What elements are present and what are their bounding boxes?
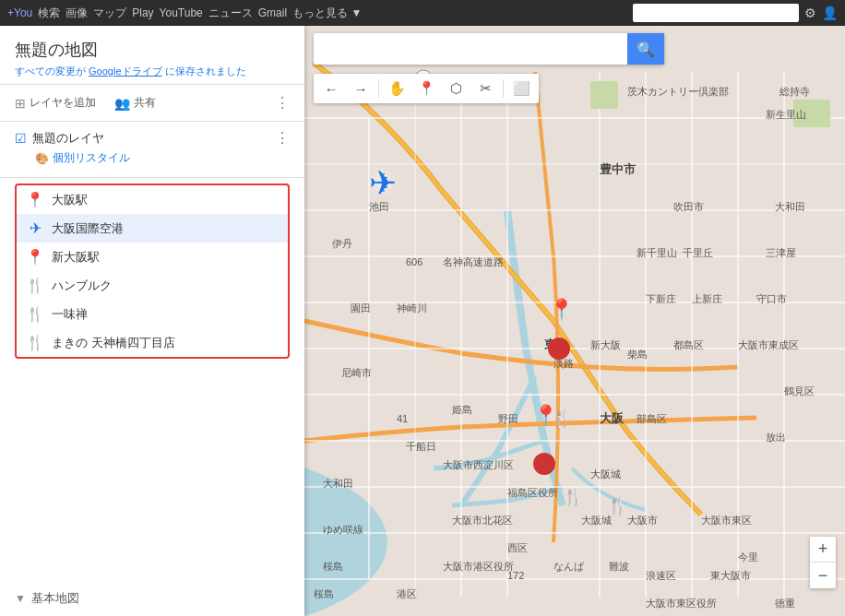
add-layer-label: レイヤを追加	[30, 95, 96, 111]
layer-header: ☑ 無題のレイヤ ⋮	[15, 129, 290, 147]
pin-food-1[interactable]: 🍴	[552, 409, 572, 429]
layer-section: ☑ 無題のレイヤ ⋮ 🎨 個別リスタイル	[0, 122, 304, 178]
svg-text:大阪: 大阪	[599, 411, 625, 425]
svg-text:野田: 野田	[498, 413, 518, 424]
svg-text:都島区: 都島区	[673, 339, 704, 350]
location-item-shin-osaka[interactable]: 📍 新大阪駅	[17, 243, 288, 271]
svg-text:姫島: 姫島	[452, 404, 472, 415]
svg-text:鶴見区: 鶴見区	[784, 385, 815, 397]
location-item-ichimizen[interactable]: 🍴 一味禅	[17, 300, 288, 328]
svg-text:新生里山: 新生里山	[766, 109, 806, 120]
add-layer-button[interactable]: ⊞ レイヤを追加	[15, 95, 96, 111]
layer-more-options[interactable]: ⋮	[275, 129, 290, 147]
map-search-area: 🔍	[314, 33, 664, 65]
location-icon-osaka-station: 📍	[26, 191, 44, 208]
svg-text:放出: 放出	[766, 432, 786, 443]
layer-name-label: 無題のレイヤ	[32, 130, 269, 147]
location-item-hamburg[interactable]: 🍴 ハンブルク	[17, 271, 288, 300]
svg-text:浪速区: 浪速区	[646, 570, 676, 581]
polygon-button[interactable]: ⬡	[442, 76, 470, 101]
undo-button[interactable]: ←	[317, 76, 345, 101]
svg-point-64	[548, 338, 570, 360]
style-label: 個別リスタイル	[53, 150, 130, 166]
nav-news[interactable]: ニュース	[208, 6, 253, 21]
nav-gmail[interactable]: Gmail	[258, 6, 287, 19]
svg-text:大阪市: 大阪市	[627, 515, 658, 526]
zoom-out-button[interactable]: −	[810, 563, 836, 588]
topbar-search-input[interactable]	[633, 6, 780, 19]
pin-shin-osaka[interactable]: 📍	[549, 298, 574, 322]
map-search-input[interactable]	[314, 41, 627, 56]
svg-text:桜島: 桜島	[323, 561, 343, 572]
svg-text:部島区: 部島区	[637, 413, 667, 424]
svg-text:吹田市: 吹田市	[673, 201, 704, 212]
google-drive-link[interactable]: Googleドライブ	[89, 65, 161, 77]
svg-text:福島区役所: 福島区役所	[507, 487, 558, 498]
sidebar-more-options[interactable]: ⋮	[275, 94, 290, 112]
route-button[interactable]: ✂	[471, 76, 499, 101]
svg-point-65	[533, 453, 555, 475]
zoom-controls: + −	[810, 537, 836, 588]
nav-images[interactable]: 画像	[65, 6, 88, 21]
sidebar-actions: ⊞ レイヤを追加 👥 共有 ⋮	[0, 85, 304, 122]
nav-maps[interactable]: マップ	[93, 6, 126, 21]
layer-checkbox[interactable]: ☑	[15, 131, 27, 146]
settings-icon[interactable]: ⚙	[804, 6, 816, 20]
svg-text:柴島: 柴島	[627, 349, 648, 360]
pin-food-3[interactable]: 🍴	[607, 496, 627, 516]
svg-text:172: 172	[507, 570, 524, 581]
location-icon-ichimizen: 🍴	[26, 305, 44, 323]
marker-button[interactable]: 📍	[412, 76, 440, 101]
svg-text:大阪市西淀川区: 大阪市西淀川区	[443, 459, 514, 470]
save-status-prefix: すべての変更が	[15, 65, 86, 77]
nav-play[interactable]: Play	[132, 6, 153, 19]
svg-text:尼崎市: 尼崎市	[341, 367, 372, 378]
location-name-hamburg: ハンブルク	[52, 278, 112, 294]
location-icon-shin-osaka: 📍	[26, 248, 44, 266]
svg-text:茨木カントリー倶楽部: 茨木カントリー倶楽部	[627, 86, 729, 97]
svg-text:新大阪: 新大阪	[590, 339, 621, 350]
location-list: 📍 大阪駅 ✈ 大阪国際空港 📍 新大阪駅 🍴 ハンブルク 🍴 一味禅 🍴	[15, 184, 290, 359]
location-item-osaka-station[interactable]: 📍 大阪駅	[17, 185, 288, 214]
map-tools-bar: ← → ✋ 📍 ⬡ ✂ ⬜	[314, 74, 539, 103]
svg-text:なんば: なんば	[553, 561, 585, 572]
location-item-makino[interactable]: 🍴 まきの 天神橋四丁目店	[17, 328, 288, 357]
svg-text:港区: 港区	[397, 588, 417, 599]
map-search-box: 🔍	[314, 33, 664, 65]
share-icon: 👥	[114, 96, 130, 111]
save-status-suffix: に保存されました	[165, 65, 246, 77]
sidebar: 無題の地図 すべての変更が Googleドライブ に保存されました ⊞ レイヤを…	[0, 26, 304, 616]
paint-icon: 🎨	[35, 152, 49, 165]
svg-text:新千里山: 新千里山	[637, 247, 677, 258]
location-name-osaka-airport: 大阪国際空港	[52, 220, 124, 237]
svg-text:大阪市北花区: 大阪市北花区	[452, 515, 513, 526]
base-map-section[interactable]: ▼ 基本地図	[0, 581, 304, 616]
svg-text:千船日: 千船日	[406, 441, 436, 452]
svg-text:難波: 難波	[609, 561, 629, 572]
plus-you-link[interactable]: +You	[7, 6, 32, 19]
share-button[interactable]: 👥 共有	[114, 95, 156, 111]
zoom-in-button[interactable]: +	[810, 537, 836, 563]
nav-more[interactable]: もっと見る ▼	[292, 6, 362, 21]
measure-button[interactable]: ⬜	[507, 76, 535, 101]
svg-text:淡路: 淡路	[553, 358, 574, 369]
location-name-makino: まきの 天神橋四丁目店	[52, 335, 175, 351]
svg-text:大阪市東成区: 大阪市東成区	[738, 339, 799, 350]
map-search-button[interactable]: 🔍	[627, 33, 664, 65]
user-icon[interactable]: 👤	[822, 6, 838, 20]
svg-text:ゆめ咲線: ゆめ咲線	[323, 524, 363, 535]
nav-youtube[interactable]: YouTube	[160, 6, 203, 19]
svg-text:徳重: 徳重	[775, 598, 795, 609]
svg-text:東大阪市: 東大阪市	[710, 570, 751, 581]
individual-style-button[interactable]: 🎨 個別リスタイル	[15, 147, 290, 170]
topbar-search[interactable]	[633, 4, 799, 22]
base-map-chevron: ▼	[15, 592, 26, 605]
pin-food-2[interactable]: 🍴	[563, 487, 583, 507]
redo-button[interactable]: →	[347, 76, 375, 101]
nav-search[interactable]: 検索	[38, 6, 60, 21]
pan-tool-button[interactable]: ✋	[383, 76, 411, 101]
svg-text:大阪市港区役所: 大阪市港区役所	[443, 561, 514, 572]
tool-divider-2	[503, 79, 504, 98]
location-item-osaka-airport[interactable]: ✈ 大阪国際空港	[17, 214, 288, 243]
search-icon: 🔍	[637, 41, 655, 58]
